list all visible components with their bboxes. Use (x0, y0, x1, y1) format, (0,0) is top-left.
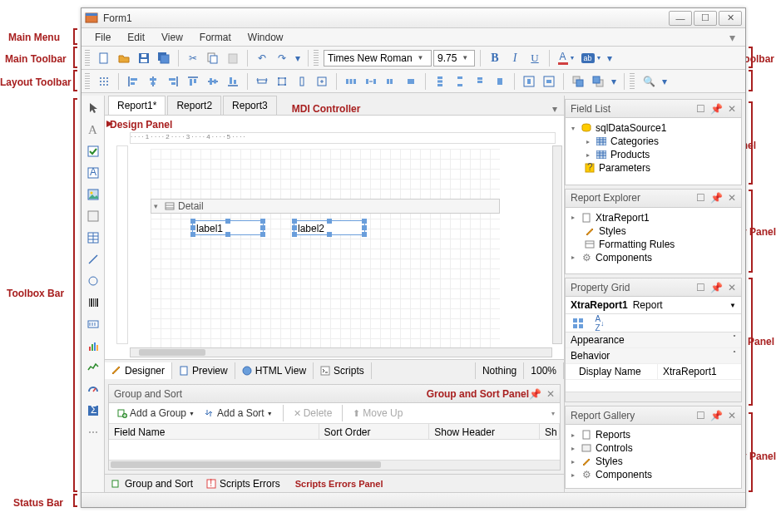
more-icon[interactable]: ⋯ (84, 423, 102, 441)
add-group-button[interactable]: Add a Group▼ (114, 406, 198, 421)
toolbar-overflow[interactable]: ▾ (293, 49, 303, 67)
vspace-equal-icon[interactable] (431, 72, 449, 91)
save-all-icon[interactable] (155, 49, 173, 67)
vspace-dec-icon[interactable] (471, 72, 489, 91)
align-left-icon[interactable] (124, 72, 142, 91)
shape-icon[interactable] (84, 272, 102, 290)
ruler-horizontal[interactable]: · · · · 1 · · · · 2 · · · · 3 · · · · 4 … (130, 132, 556, 144)
tree-node-formatting[interactable]: Formatting Rules (569, 238, 738, 251)
gauge-icon[interactable] (84, 380, 102, 398)
cat-behavior[interactable]: Behavior˄ (566, 348, 741, 364)
save-icon[interactable] (135, 49, 153, 67)
pin-icon[interactable]: 📌 (710, 103, 723, 115)
grip[interactable] (85, 50, 90, 66)
prop-display-name[interactable]: Display NameXtraReport1 (566, 364, 741, 380)
window-icon[interactable]: ☐ (696, 410, 705, 421)
pin-icon[interactable]: 📌 (529, 388, 541, 400)
window-icon[interactable]: ☐ (696, 192, 705, 204)
zipcode-icon[interactable] (84, 315, 102, 333)
tab-groupsort[interactable]: Group and Sort (105, 475, 200, 492)
col-sh[interactable]: Sh (540, 424, 560, 439)
menu-view[interactable]: View (153, 30, 191, 45)
picturebox-icon[interactable] (84, 185, 102, 204)
maximize-button[interactable]: ☐ (694, 11, 717, 26)
underline-icon[interactable]: U (526, 49, 544, 67)
barcode-icon[interactable] (84, 293, 102, 312)
tree-node-gcomponents[interactable]: ▸⚙Components (569, 468, 738, 481)
band-detail-header[interactable]: Detail (151, 199, 500, 214)
tab-report1[interactable]: Report1* (108, 96, 166, 115)
design-label2[interactable]: label2 (294, 220, 365, 235)
copy-icon[interactable] (204, 49, 222, 67)
zoom-value[interactable]: 100% (524, 362, 564, 379)
toolbar-overflow[interactable]: ▾ (605, 49, 615, 67)
bold-icon[interactable]: B (486, 49, 504, 67)
panel-icon[interactable] (84, 207, 102, 225)
pivot-icon[interactable]: Σ (84, 401, 102, 420)
tree-node-xtrareport[interactable]: ▸XtraReport1 (569, 211, 738, 224)
font-family-combo[interactable]: Times New Roman▼ (324, 50, 432, 66)
close-icon[interactable]: ✕ (728, 103, 736, 115)
menu-file[interactable]: File (86, 30, 119, 45)
vspace-remove-icon[interactable] (491, 72, 509, 91)
pin-icon[interactable]: 📌 (710, 410, 723, 421)
design-canvas[interactable]: Detail label1 label2 (151, 149, 500, 348)
same-size-icon[interactable] (313, 72, 331, 91)
col-showheader[interactable]: Show Header (429, 424, 540, 439)
propgrid-object-selector[interactable]: XtraReport1Report▼ (566, 297, 741, 314)
close-icon[interactable]: ✕ (728, 282, 736, 293)
paste-icon[interactable] (224, 49, 242, 67)
richtext-icon[interactable]: A (84, 164, 102, 182)
grip[interactable] (85, 73, 90, 90)
tree-node-styles[interactable]: Styles (569, 224, 738, 238)
tab-report3[interactable]: Report3 (223, 96, 277, 115)
toolbar-overflow[interactable]: ▾ (551, 410, 555, 417)
tab-scripterrors[interactable]: !Scripts Errors (200, 475, 287, 492)
menu-edit[interactable]: Edit (119, 30, 153, 45)
close-icon[interactable]: ✕ (728, 410, 736, 421)
label-icon[interactable]: A (84, 121, 102, 139)
chart-icon[interactable] (84, 337, 102, 355)
toolbar-overflow[interactable]: ▾ (609, 72, 619, 91)
ruler-vertical[interactable] (116, 145, 128, 344)
propgrid-scroll[interactable] (566, 392, 741, 401)
tree-node-reports[interactable]: ▸Reports (569, 428, 738, 441)
font-size-combo[interactable]: 9.75▼ (433, 50, 475, 66)
checkbox-icon[interactable] (84, 142, 102, 160)
same-width-icon[interactable] (253, 72, 271, 91)
close-button[interactable]: ✕ (719, 11, 742, 26)
hspace-equal-icon[interactable] (342, 72, 360, 91)
menu-format[interactable]: Format (191, 30, 240, 45)
center-h-icon[interactable] (520, 72, 538, 91)
font-color-icon[interactable]: A▼ (555, 49, 578, 67)
toolbar-overflow[interactable]: ▾ (660, 72, 670, 91)
pin-icon[interactable]: 📌 (710, 192, 723, 204)
col-sortorder[interactable]: Sort Order (319, 424, 430, 439)
categorized-icon[interactable] (569, 314, 587, 332)
col-fieldname[interactable]: Field Name (109, 424, 319, 439)
minimize-button[interactable]: — (669, 11, 692, 26)
grip[interactable] (314, 50, 319, 66)
bring-front-icon[interactable] (569, 72, 587, 91)
send-back-icon[interactable] (589, 72, 607, 91)
line-icon[interactable] (84, 250, 102, 268)
tab-preview[interactable]: Preview (172, 362, 235, 379)
redo-icon[interactable]: ↷ (273, 49, 291, 67)
align-center-h-icon[interactable] (144, 72, 162, 91)
menu-window[interactable]: Window (240, 30, 292, 45)
tree-node-gstyles[interactable]: ▸Styles (569, 455, 738, 468)
alphabetical-icon[interactable]: AZ↓ (591, 314, 609, 332)
window-icon[interactable]: ☐ (696, 103, 705, 115)
center-v-icon[interactable] (540, 72, 558, 91)
window-icon[interactable]: ☐ (696, 282, 705, 293)
table-icon[interactable] (84, 229, 102, 247)
align-middle-v-icon[interactable] (204, 72, 222, 91)
tree-node-datasource[interactable]: ▾sqlDataSource1 (569, 121, 738, 135)
zoom-icon[interactable]: 🔍 (640, 72, 658, 91)
hspace-remove-icon[interactable] (402, 72, 420, 91)
pointer-icon[interactable] (84, 99, 102, 117)
align-bottom-icon[interactable] (224, 72, 242, 91)
tab-report2[interactable]: Report2 (167, 96, 221, 115)
size-to-grid-icon[interactable] (273, 72, 291, 91)
same-height-icon[interactable] (293, 72, 311, 91)
